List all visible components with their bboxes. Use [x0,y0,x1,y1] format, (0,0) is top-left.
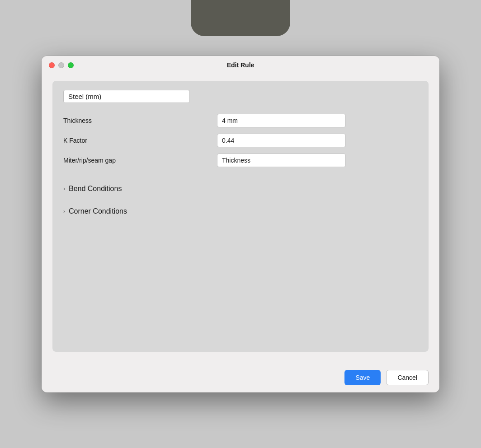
bend-conditions-row[interactable]: › Bend Conditions [63,179,418,199]
traffic-lights [49,62,74,68]
save-button[interactable]: Save [344,370,381,385]
cancel-button[interactable]: Cancel [386,370,429,385]
titlebar: Edit Rule [42,56,439,74]
miter-row: Miter/rip/seam gap [63,152,418,169]
thickness-input[interactable] [217,114,346,127]
bend-conditions-chevron-icon: › [63,186,65,192]
material-input[interactable] [63,90,190,103]
form-rows: Thickness K Factor Miter/rip/seam gap › [63,112,418,221]
corner-conditions-label: Corner Conditions [69,207,127,215]
footer: Save Cancel [42,363,439,392]
window-body: Thickness K Factor Miter/rip/seam gap › [42,74,439,363]
material-selector [63,90,418,103]
divider [63,172,418,176]
miter-input[interactable] [217,154,346,167]
maximize-button[interactable] [68,62,74,68]
miter-label: Miter/rip/seam gap [63,157,217,164]
window-title: Edit Rule [227,61,255,69]
bend-conditions-label: Bend Conditions [69,185,122,193]
background-decoration [191,0,290,36]
thickness-label: Thickness [63,117,217,124]
corner-conditions-chevron-icon: › [63,208,65,215]
thickness-row: Thickness [63,112,418,129]
kfactor-input[interactable] [217,134,346,147]
corner-conditions-row[interactable]: › Corner Conditions [63,201,418,221]
kfactor-row: K Factor [63,132,418,149]
minimize-button[interactable] [58,62,64,68]
content-area: Thickness K Factor Miter/rip/seam gap › [52,81,429,352]
edit-rule-window: Edit Rule Thickness K Factor M [42,56,439,392]
kfactor-label: K Factor [63,137,217,144]
close-button[interactable] [49,62,55,68]
